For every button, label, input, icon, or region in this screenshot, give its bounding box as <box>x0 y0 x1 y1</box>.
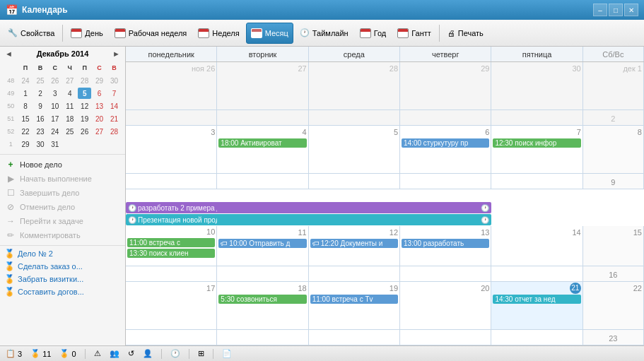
cell-4b-4[interactable] <box>491 330 582 345</box>
mini-cal-day[interactable]: 10 <box>48 100 62 112</box>
mini-cal-day[interactable]: 3 <box>48 88 62 99</box>
mini-cal-day[interactable]: 2 <box>34 88 47 99</box>
cell-3b-4[interactable] <box>491 266 582 281</box>
mini-cal-day[interactable]: 13 <box>93 100 106 112</box>
mini-cal-day[interactable]: 12 <box>78 100 91 112</box>
cell-2b-2[interactable] <box>309 174 400 189</box>
mini-cal-day[interactable]: 28 <box>78 75 91 86</box>
mini-cal-day[interactable]: 26 <box>78 126 91 137</box>
mini-cal-day[interactable]: 20 <box>93 113 106 124</box>
cell-3b-5[interactable]: 16 <box>583 266 644 281</box>
task-item[interactable]: 🏅Забрать визитки... <box>1 273 124 285</box>
cell-dec14[interactable]: 14 <box>491 226 582 265</box>
mini-cal-day[interactable]: 31 <box>48 138 62 150</box>
cell-2b-4[interactable] <box>491 174 582 189</box>
cell-nov29[interactable]: 29 <box>400 62 491 110</box>
mini-cal-day[interactable]: 30 <box>34 138 47 150</box>
cell-4b-5[interactable]: 23 <box>583 330 644 345</box>
cell-nov30[interactable]: 30 <box>491 62 582 110</box>
toolbar-year[interactable]: Год <box>355 23 392 44</box>
mini-cal-day[interactable]: 5 <box>78 88 91 99</box>
cell-dec3[interactable]: 3 <box>126 126 217 173</box>
cell-dec17[interactable]: 17 <box>126 282 217 329</box>
mini-cal-day[interactable]: 23 <box>34 126 47 137</box>
mini-cal-day[interactable]: 26 <box>48 75 62 86</box>
cell-2b-0[interactable] <box>126 174 217 189</box>
maximize-button[interactable]: □ <box>609 4 623 16</box>
mini-cal-day[interactable]: 22 <box>19 126 33 137</box>
cell-3b-2[interactable] <box>309 266 400 281</box>
mini-cal-day[interactable]: 15 <box>19 113 33 124</box>
minimize-button[interactable]: – <box>593 4 607 16</box>
mini-cal-day[interactable]: 25 <box>63 126 76 137</box>
cell-nov28[interactable]: 28 <box>309 62 400 110</box>
cell-1b-2[interactable] <box>309 110 400 125</box>
cell-nov26[interactable]: ноя 26 <box>126 62 217 110</box>
cell-dec20[interactable]: 20 <box>400 282 491 329</box>
mini-cal-day[interactable]: 24 <box>19 75 33 86</box>
mini-cal-day[interactable]: 6 <box>93 88 106 99</box>
mini-cal-day[interactable]: 29 <box>19 138 33 150</box>
event-dec19[interactable]: 11:00 встреча с Тv <box>310 295 398 304</box>
mini-cal-day[interactable]: 30 <box>107 75 121 86</box>
task-item[interactable]: 🏅Составить догов... <box>1 285 124 298</box>
status-refresh[interactable]: ↺ <box>128 349 134 358</box>
toolbar-month[interactable]: Месяц <box>246 23 293 44</box>
cell-1b-3[interactable] <box>400 110 491 125</box>
cell-dec15[interactable]: 15 <box>583 226 644 265</box>
mini-cal-day[interactable]: 17 <box>48 113 62 124</box>
cell-2b-3[interactable] <box>400 174 491 189</box>
cell-2b-1[interactable] <box>217 174 308 189</box>
mini-cal-day[interactable]: 27 <box>93 126 106 137</box>
mini-cal-day[interactable]: 9 <box>34 100 47 112</box>
mini-cal-day[interactable]: 29 <box>93 75 106 86</box>
toolbar-print[interactable]: 🖨 Печать <box>443 23 488 44</box>
toolbar-timeline[interactable]: 🕐 Таймлайн <box>295 23 353 44</box>
event-dec6[interactable]: 14:00 стуркутуру пр <box>402 138 489 148</box>
cell-dec21[interactable]: 21 14:30 отчет за нед <box>491 282 582 329</box>
cell-dec6[interactable]: 6 14:00 стуркутуру пр <box>400 126 491 173</box>
span-event-design[interactable]: 🕐разработать 2 примера дизайна <box>126 202 217 213</box>
event-dec13[interactable]: 13:00 разработать <box>402 239 489 248</box>
toolbar-work-week[interactable]: Рабочая неделя <box>110 23 192 44</box>
toolbar-week[interactable]: Неделя <box>193 23 244 44</box>
cell-1b-5[interactable]: 2 <box>583 110 644 125</box>
task-item[interactable]: 🏅Дело № 2 <box>1 247 124 260</box>
mini-cal-day[interactable]: 19 <box>78 113 91 124</box>
cell-1b-4[interactable] <box>491 110 582 125</box>
event-dec11[interactable]: 🏷10:00 Отправить д <box>218 239 306 248</box>
cell-2b-5[interactable]: 9 <box>583 174 644 189</box>
event-dec18[interactable]: 5:30 созвониться <box>218 295 306 304</box>
mini-cal-day[interactable]: 18 <box>63 113 76 124</box>
cell-dec10[interactable]: 10 11:00 встреча с 13:30 поиск клиен <box>126 226 217 265</box>
toolbar-day[interactable]: День <box>66 23 107 44</box>
event-dec4[interactable]: 18:00 Активироват <box>218 138 306 148</box>
cell-dec11[interactable]: 11 🏷10:00 Отправить д <box>217 226 308 265</box>
mini-cal-next[interactable]: ► <box>110 49 122 58</box>
mini-cal-day[interactable]: 4 <box>63 88 76 99</box>
mini-cal-day[interactable]: 1 <box>19 88 33 99</box>
mini-cal-day[interactable]: 24 <box>48 126 62 137</box>
event-dec10a[interactable]: 11:00 встреча с <box>127 238 215 247</box>
cell-dec8[interactable]: 8 <box>583 126 644 173</box>
cell-dec18[interactable]: 18 5:30 созвониться <box>217 282 308 329</box>
task-item[interactable]: 🏅Сделать заказ о... <box>1 260 124 273</box>
mini-cal-day[interactable]: 25 <box>34 75 47 86</box>
toolbar-properties[interactable]: 🔧 Свойства <box>3 23 59 44</box>
cell-nov27[interactable]: 27 <box>217 62 308 110</box>
cell-3b-3[interactable] <box>400 266 491 281</box>
cell-dec4[interactable]: 4 18:00 Активироват <box>217 126 308 173</box>
cell-dec5[interactable]: 5 <box>309 126 400 173</box>
mini-cal-day[interactable]: 21 <box>107 113 121 124</box>
mini-cal-day[interactable]: 28 <box>107 126 121 137</box>
cell-3b-1[interactable] <box>217 266 308 281</box>
cell-4b-3[interactable] <box>400 330 491 345</box>
cell-1b-1[interactable] <box>217 110 308 125</box>
cell-dec7[interactable]: 7 12:30 поиск инфор <box>491 126 582 173</box>
mini-cal-day[interactable]: 27 <box>63 75 76 86</box>
event-dec12[interactable]: 🏷12:20 Документы и <box>310 239 398 248</box>
cell-dec1[interactable]: дек 1 <box>583 62 644 110</box>
event-dec21[interactable]: 14:30 отчет за нед <box>493 295 580 304</box>
event-dec10b[interactable]: 13:30 поиск клиен <box>127 249 215 258</box>
action-new-task[interactable]: + Новое дело <box>1 158 124 172</box>
